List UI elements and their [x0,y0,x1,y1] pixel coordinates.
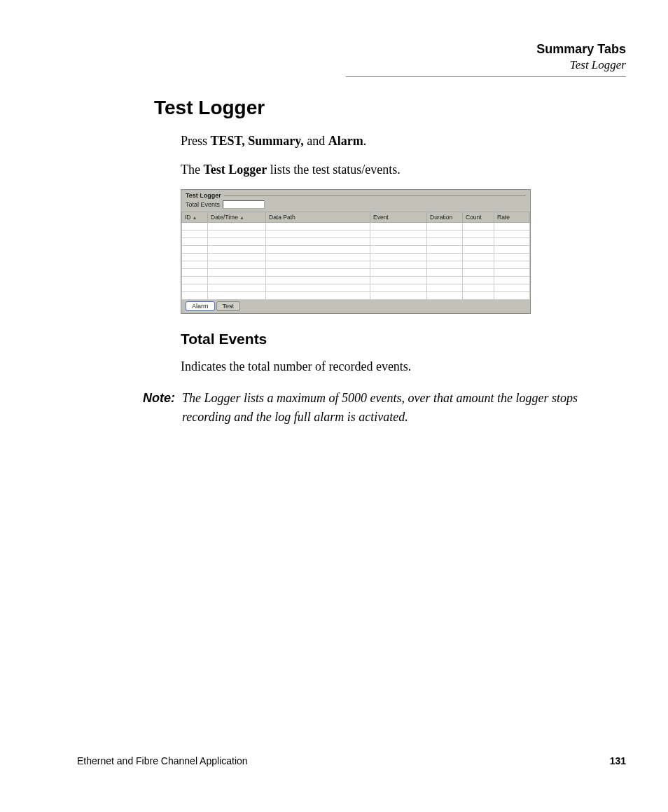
note-text: The Logger lists a maximum of 5000 event… [182,389,626,427]
col-id[interactable]: ID▲ [182,212,208,223]
header-chapter: Summary Tabs [42,42,626,57]
table-row [182,223,530,230]
col-duration[interactable]: Duration [427,212,463,223]
note-label: Note: [126,389,175,427]
total-events-para: Indicates the total number of recorded e… [181,357,626,376]
footer-doc-title: Ethernet and Fibre Channel Application [77,755,248,766]
sort-up-icon: ▲ [193,215,197,220]
table-row [182,284,530,292]
header-section: Test Logger [42,58,626,72]
footer-page-number: 131 [610,755,626,766]
events-table: ID▲ Date/Time▲ Data Path Event Duration … [181,212,530,300]
table-row [182,292,530,300]
col-datetime[interactable]: Date/Time▲ [208,212,266,223]
table-row [182,246,530,254]
legend-rule [224,195,526,196]
test-logger-panel: Test Logger Total Events ID▲ Date/Time▲ … [181,189,531,314]
subhead-total-events: Total Events [181,331,626,347]
page-footer: Ethernet and Fibre Channel Application 1… [77,755,626,766]
table-row [182,230,530,238]
header-rule [346,76,626,77]
table-row [182,238,530,246]
table-row [182,261,530,269]
tab-test[interactable]: Test [216,301,241,311]
page-title: Test Logger [154,97,626,119]
events-tbody [182,223,530,300]
total-events-field [223,200,265,209]
col-event[interactable]: Event [370,212,427,223]
total-events-label: Total Events [186,201,220,208]
sort-up-icon: ▲ [239,215,244,220]
table-row [182,269,530,277]
page-header: Summary Tabs Test Logger [42,42,626,77]
table-row [182,277,530,284]
col-rate[interactable]: Rate [494,212,530,223]
col-count[interactable]: Count [463,212,494,223]
panel-legend: Test Logger [186,192,221,199]
tab-alarm[interactable]: Alarm [186,301,215,311]
col-datapath[interactable]: Data Path [266,212,370,223]
instruction-para-1: Press TEST, Summary, and Alarm. [181,132,626,151]
table-row [182,254,530,261]
instruction-para-2: The Test Logger lists the test status/ev… [181,160,626,179]
